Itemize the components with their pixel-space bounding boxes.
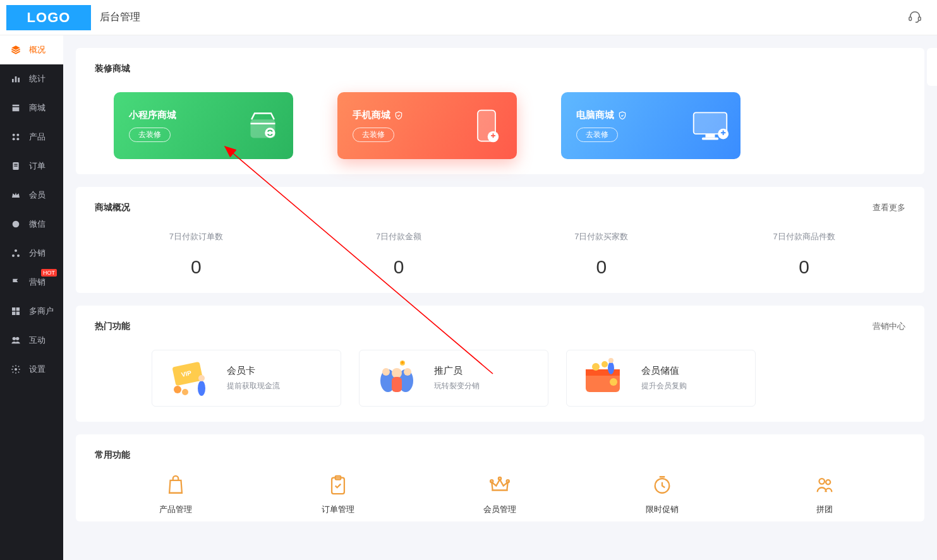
svg-point-49 [592, 363, 600, 371]
clipboard-check-icon [257, 472, 420, 497]
hot-card-desc: 提前获取现金流 [227, 381, 280, 391]
stat-buyers: 7日付款买家数 0 [500, 231, 703, 278]
quick-item-product[interactable]: 产品管理 [95, 472, 257, 515]
svg-point-21 [16, 337, 19, 340]
stat-label: 7日付款商品件数 [703, 231, 905, 242]
quick-item-flashsale[interactable]: 限时促销 [581, 472, 744, 515]
sidebar-item-order[interactable]: 订单 [0, 152, 63, 181]
quick-item-order[interactable]: 订单管理 [257, 472, 420, 515]
svg-point-5 [13, 134, 15, 136]
sidebar-item-label: 互动 [29, 335, 45, 346]
svg-point-24 [265, 128, 275, 138]
receipt-icon [10, 160, 21, 172]
panel-quick: 常用功能 产品管理 订单管理 会员管理 [76, 434, 924, 521]
quick-item-groupbuy[interactable]: 拼团 [743, 472, 905, 515]
deco-card-desktop[interactable]: 电脑商城 去装修 [561, 92, 741, 159]
sidebar-item-product[interactable]: 产品 [0, 122, 63, 152]
svg-point-38 [198, 375, 205, 381]
panel-hot: 热门功能 营销中心 VIP 会员卡 提前获取现金流 推广员 玩转裂变分销 [76, 306, 924, 422]
panel-overview: 商城概况 查看更多 7日付款订单数 0 7日付款金额 0 7日付款买家数 0 7… [76, 187, 924, 293]
network-icon [10, 247, 21, 259]
sidebar-item-member[interactable]: 会员 [0, 181, 63, 210]
svg-point-43 [382, 368, 390, 376]
sidebar-item-label: 设置 [29, 364, 45, 375]
deco-card-mobile[interactable]: 手机商城 去装修 [337, 92, 517, 159]
sidebar-item-stats[interactable]: 统计 [0, 64, 63, 93]
quick-item-label: 订单管理 [257, 504, 420, 515]
panel-title: 热门功能 [95, 321, 130, 332]
hot-card-recharge[interactable]: 会员储值 提升会员复购 [566, 350, 756, 407]
sidebar-item-label: 会员 [29, 189, 45, 201]
miniprogram-store-icon [244, 107, 282, 145]
deco-card-button[interactable]: 去装修 [129, 128, 171, 142]
verified-shield-icon [394, 111, 403, 120]
stat-label: 7日付款金额 [298, 231, 500, 242]
quick-item-label: 产品管理 [95, 504, 257, 515]
svg-rect-3 [15, 76, 17, 82]
stat-value: 0 [95, 256, 298, 278]
support-headset-icon[interactable] [908, 9, 922, 26]
flag-icon [10, 277, 21, 288]
svg-point-50 [601, 361, 608, 367]
sidebar-item-label: 产品 [29, 131, 45, 143]
crown-outline-icon [419, 472, 581, 497]
svg-point-13 [15, 249, 17, 252]
quick-item-member[interactable]: 会员管理 [419, 472, 581, 515]
svg-point-36 [182, 389, 188, 395]
mobile-device-icon [468, 107, 505, 145]
svg-rect-17 [16, 307, 20, 311]
deco-card-button[interactable]: 去装修 [576, 128, 618, 142]
sidebar-item-label: 商城 [29, 102, 45, 114]
panel-title: 常用功能 [95, 450, 130, 461]
svg-rect-2 [12, 79, 14, 82]
sidebar-item-overview[interactable]: 概况 [0, 35, 63, 64]
page-title: 后台管理 [100, 11, 140, 24]
svg-rect-42 [392, 377, 402, 392]
sidebar-item-label: 分销 [29, 247, 45, 259]
shopping-bag-icon [95, 472, 257, 497]
sidebar-item-marketing[interactable]: 营销 HOT [0, 268, 63, 297]
svg-point-22 [15, 368, 17, 371]
hot-card-membercard[interactable]: VIP 会员卡 提前获取现金流 [152, 350, 341, 407]
sidebar-item-mall[interactable]: 商城 [0, 93, 63, 122]
quick-item-label: 限时促销 [581, 504, 744, 515]
sidebar-item-label: 订单 [29, 160, 45, 172]
layers-icon [10, 44, 21, 56]
svg-point-35 [174, 386, 181, 393]
marketing-center-link[interactable]: 营销中心 [873, 321, 905, 332]
verified-shield-icon [618, 111, 627, 120]
crown-icon [10, 189, 21, 201]
stat-value: 0 [500, 256, 703, 278]
hot-card-promoter[interactable]: 推广员 玩转裂变分销 [359, 350, 548, 407]
svg-rect-47 [586, 369, 620, 376]
sidebar-item-multistore[interactable]: 多商户 [0, 297, 63, 326]
quick-item-label: 会员管理 [419, 504, 581, 515]
svg-point-7 [13, 138, 15, 140]
hot-card-title: 会员储值 [641, 365, 687, 377]
sidebar-item-interaction[interactable]: 互动 [0, 326, 63, 355]
desktop-monitor-icon [691, 107, 729, 145]
vip-card-illustration-icon: VIP [165, 358, 214, 398]
stat-label: 7日付款订单数 [95, 231, 298, 242]
sidebar-item-settings[interactable]: 设置 [0, 355, 63, 384]
sidebar-item-wechat[interactable]: 微信 [0, 210, 63, 239]
svg-rect-16 [12, 307, 15, 311]
chart-bar-icon [10, 73, 21, 85]
svg-rect-19 [16, 312, 20, 315]
app-header: LOGO 后台管理 [0, 0, 937, 35]
svg-point-52 [608, 358, 614, 363]
grid-icon [10, 131, 21, 143]
hot-badge: HOT [41, 269, 57, 277]
panel-decorate: 装修商城 小程序商城 去装修 手机商城 去装修 [76, 48, 924, 174]
sidebar-item-distribution[interactable]: 分销 [0, 239, 63, 268]
svg-rect-18 [12, 312, 15, 315]
logo[interactable]: LOGO [6, 5, 91, 30]
svg-point-37 [198, 381, 205, 396]
deco-card-button[interactable]: 去装修 [353, 128, 394, 142]
view-more-link[interactable]: 查看更多 [873, 202, 905, 213]
deco-card-miniprogram[interactable]: 小程序商城 去装修 [114, 92, 293, 159]
svg-rect-10 [14, 164, 17, 165]
clock-icon [581, 472, 744, 497]
panel-title: 商城概况 [95, 202, 130, 213]
sidebar-item-label: 营销 [29, 277, 45, 288]
